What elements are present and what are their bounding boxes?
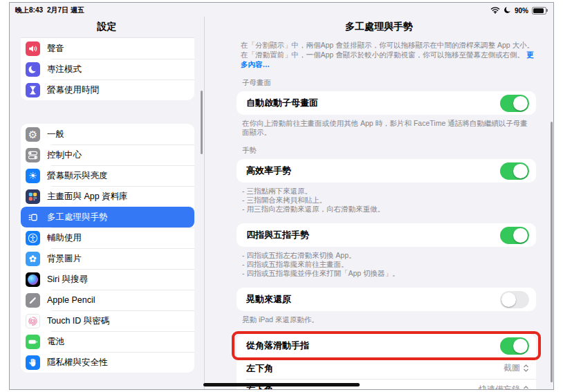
section-footnote: 在你向上滑動前往主畫面或使用其他 App 時，影片和 FaceTime 通話將自… xyxy=(242,119,535,137)
sidebar-item-label: 螢幕使用時間 xyxy=(47,84,99,96)
sidebar-item-一般[interactable]: ⚙一般 xyxy=(21,124,194,144)
sidebar-item-label: 控制中心 xyxy=(47,149,82,161)
control-center-icon xyxy=(26,148,40,162)
main-panel: 多工處理與手勢 在「分割顯示」中，兩個App 會並排顯示，你可以拖移顯示在中間的… xyxy=(205,17,553,389)
status-time: 晚上8:43 xyxy=(15,6,43,15)
battery-percent: 90% xyxy=(515,7,528,15)
sidebar-item-label: 一般 xyxy=(47,129,64,140)
toggle-高效率手勢[interactable] xyxy=(500,162,529,180)
main-scrollbar[interactable] xyxy=(551,122,553,382)
settings-card: 高效率手勢 xyxy=(237,159,536,183)
setting-title: 自動啟動子母畫面 xyxy=(246,97,318,109)
page-title: 多工處理與手勢 xyxy=(205,17,553,37)
sidebar-item-螢幕使用時間[interactable]: 螢幕使用時間 xyxy=(21,80,194,100)
siri-icon xyxy=(26,272,40,287)
toggle-從角落滑動手指[interactable] xyxy=(500,337,529,355)
setting-title: 四指與五指手勢 xyxy=(246,229,309,241)
touchid-icon xyxy=(26,314,40,328)
battery-icon xyxy=(532,7,546,15)
sidebar-item-label: Siri 與搜尋 xyxy=(47,274,88,286)
setting-title: 晃動來還原 xyxy=(246,293,291,306)
status-date: 2月7日 週五 xyxy=(47,6,84,15)
settings-card: 自動啟動子母畫面 xyxy=(237,91,536,115)
sidebar-item-label: 電池 xyxy=(47,336,64,348)
sidebar-item-多工處理與手勢[interactable]: 多工處理與手勢 xyxy=(21,207,194,227)
sidebar-item-主畫面與 App 資料庫[interactable]: 主畫面與 App 資料庫 xyxy=(21,186,194,207)
sidebar-item-輔助使用[interactable]: 輔助使用 xyxy=(21,227,194,248)
section-label: 子母畫面 xyxy=(242,78,536,88)
setting-row-四指與五指手勢[interactable]: 四指與五指手勢 xyxy=(237,223,536,247)
sidebar-group: ⚙一般控制中心☀螢幕顯示與亮度主畫面與 App 資料庫多工處理與手勢輔助使用背景… xyxy=(21,124,194,373)
setting-row-自動啟動子母畫面[interactable]: 自動啟動子母畫面 xyxy=(237,91,536,115)
app-library-icon xyxy=(26,189,40,204)
settings-card: 從角落滑動手指左下角截圖右下角快速備忘錄 xyxy=(237,334,536,389)
section-label: 手勢 xyxy=(242,146,536,156)
section-footnote: - 三指點兩下來還原。 xyxy=(242,187,535,196)
battery-green-icon xyxy=(26,335,40,349)
sidebar-item-控制中心[interactable]: 控制中心 xyxy=(21,144,194,165)
setting-row-左下角[interactable]: 左下角截圖 xyxy=(237,357,536,379)
setting-title: 從角落滑動手指 xyxy=(246,339,309,352)
section-footnote: 晃動 iPad 來還原動作。 xyxy=(242,315,535,324)
privacy-icon xyxy=(26,355,40,370)
brightness-icon: ☀ xyxy=(26,169,40,183)
sidebar-item-label: 背景圖片 xyxy=(47,253,82,265)
section-footnote: - 用三指向左滑動來還原，向右滑動來重做。 xyxy=(242,205,535,214)
ipad-screen: 晚上8:43 2月7日 週五 90% 設定 聲音專注模式螢幕使用時間⚙一般控制中… xyxy=(9,2,554,390)
section-footnote: - 四指或五指靠攏並停住來打開「App 切換器」。 xyxy=(242,269,535,278)
sidebar-item-Touch ID 與密碼[interactable]: Touch ID 與密碼 xyxy=(21,310,194,331)
sidebar-item-label: 螢幕顯示與亮度 xyxy=(47,170,108,182)
toggle-四指與五指手勢[interactable] xyxy=(500,227,529,244)
sidebar-item-背景圖片[interactable]: 背景圖片 xyxy=(21,248,194,269)
sidebar-item-label: 多工處理與手勢 xyxy=(47,212,108,223)
focus-moon-icon xyxy=(26,62,40,77)
sidebar-item-聲音[interactable]: 聲音 xyxy=(21,38,194,59)
intro-body: 在「分割顯示」中，兩個App 會並排顯示，你可以拖移顯示在中間的滑桿來調整 Ap… xyxy=(241,41,534,59)
settings-card: 四指與五指手勢 xyxy=(237,223,536,247)
setting-row-從角落滑動手指[interactable]: 從角落滑動手指 xyxy=(237,334,536,357)
gear-icon: ⚙ xyxy=(26,127,40,142)
settings-sidebar: 設定 聲音專注模式螢幕使用時間⚙一般控制中心☀螢幕顯示與亮度主畫面與 App 資… xyxy=(10,17,204,389)
section-footnote: - 四指或五指靠攏來前往主畫面。 xyxy=(242,260,535,269)
setting-title: 高效率手勢 xyxy=(246,165,291,177)
sidebar-item-label: Apple Pencil xyxy=(47,295,95,305)
select-右下角[interactable]: 快速備忘錄 xyxy=(479,384,529,389)
sidebar-scrollbar[interactable] xyxy=(201,91,203,154)
multitask-icon xyxy=(26,210,40,225)
sidebar-item-專注模式[interactable]: 專注模式 xyxy=(21,59,194,80)
sidebar-item-電池[interactable]: 電池 xyxy=(21,331,194,352)
chevron-up-down-icon xyxy=(523,385,529,389)
sidebar-item-label: Touch ID 與密碼 xyxy=(47,315,109,327)
section-footnote: - 四指或五指左右滑動來切換 App。 xyxy=(242,251,535,260)
sidebar-item-隱私權與安全性[interactable]: 隱私權與安全性 xyxy=(21,352,194,373)
wifi-icon xyxy=(490,6,500,15)
hourglass-icon xyxy=(26,83,40,97)
select-value: 快速備忘錄 xyxy=(479,384,520,389)
intro-text: 在「分割顯示」中，兩個App 會並排顯示，你可以拖移顯示在中間的滑桿來調整 Ap… xyxy=(241,40,535,69)
toggle-自動啟動子母畫面[interactable] xyxy=(500,95,529,112)
sidebar-item-Siri 與搜尋[interactable]: Siri 與搜尋 xyxy=(21,269,194,290)
select-value: 截圖 xyxy=(504,362,520,374)
sidebar-item-螢幕顯示與亮度[interactable]: ☀螢幕顯示與亮度 xyxy=(21,165,194,186)
main-content: 在「分割顯示」中，兩個App 會並排顯示，你可以拖移顯示在中間的滑桿來調整 Ap… xyxy=(205,37,553,389)
speaker-icon xyxy=(26,41,40,56)
home-indicator[interactable] xyxy=(203,383,360,386)
sidebar-group: 聲音專注模式螢幕使用時間 xyxy=(21,37,194,100)
sidebar-item-label: 主畫面與 App 資料庫 xyxy=(47,191,128,203)
focus-moon-status-icon xyxy=(504,6,511,15)
sidebar-item-Apple Pencil[interactable]: Apple Pencil xyxy=(21,290,194,310)
setting-title: 左下角 xyxy=(246,362,273,375)
sidebar-item-label: 隱私權與安全性 xyxy=(47,357,108,368)
settings-card: 晃動來還原 xyxy=(237,288,536,311)
section-footnote: - 三指開合來拷貝和貼上。 xyxy=(242,196,535,205)
pencil-icon xyxy=(26,293,40,308)
sidebar-list: 聲音專注模式螢幕使用時間⚙一般控制中心☀螢幕顯示與亮度主畫面與 App 資料庫多… xyxy=(10,37,204,389)
accessibility-icon xyxy=(26,231,40,245)
toggle-晃動來還原[interactable] xyxy=(500,291,529,308)
chevron-up-down-icon xyxy=(523,364,529,373)
wallpaper-icon xyxy=(26,252,40,266)
select-左下角[interactable]: 截圖 xyxy=(504,362,529,374)
setting-row-高效率手勢[interactable]: 高效率手勢 xyxy=(237,159,536,183)
status-bar: 晚上8:43 2月7日 週五 90% xyxy=(10,3,553,17)
setting-row-晃動來還原[interactable]: 晃動來還原 xyxy=(237,288,536,311)
